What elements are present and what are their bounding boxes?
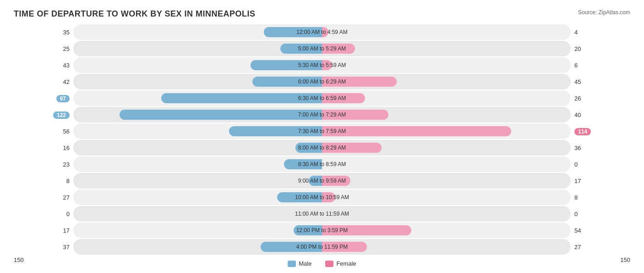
male-value: 16 — [14, 145, 73, 151]
female-bar — [322, 77, 397, 87]
legend-female: Female — [325, 260, 356, 267]
legend-female-label: Female — [336, 260, 356, 267]
female-value: 36 — [571, 145, 630, 151]
male-bar — [280, 44, 322, 54]
male-value: 37 — [14, 244, 73, 251]
female-bar — [322, 192, 335, 202]
female-value: 0 — [571, 161, 630, 168]
male-value: 0 — [14, 211, 73, 217]
chart-row: 16368:00 AM to 8:29 AM — [14, 140, 630, 156]
axis-right: 150 — [620, 256, 630, 267]
legend-male-label: Male — [299, 260, 311, 267]
female-bar — [322, 143, 382, 153]
male-value: 97 — [14, 95, 73, 102]
legend-male-box — [288, 261, 296, 267]
source-label: Source: ZipAtlas.com — [578, 9, 630, 16]
chart-title: TIME OF DEPARTURE TO WORK BY SEX IN MINN… — [14, 9, 630, 19]
male-value: 8 — [14, 178, 73, 184]
female-value: 27 — [571, 244, 630, 251]
female-bar — [322, 44, 355, 54]
chart-row: 25205:00 AM to 5:29 AM — [14, 41, 630, 56]
female-bar — [322, 110, 388, 120]
female-value: 40 — [571, 111, 630, 118]
male-bar — [161, 93, 322, 103]
chart-rows: 35412:00 AM to 4:59 AM25205:00 AM to 5:2… — [14, 24, 630, 255]
female-bar — [322, 93, 365, 103]
male-bar — [309, 176, 322, 186]
male-value: 25 — [14, 45, 73, 52]
chart-row: 4365:30 AM to 5:59 AM — [14, 57, 630, 73]
male-value: 23 — [14, 161, 73, 168]
male-value: 17 — [14, 227, 73, 234]
chart-row: 0011:00 AM to 11:59 AM — [14, 206, 630, 222]
male-bar — [284, 159, 322, 169]
legend: Male Female — [288, 260, 356, 267]
male-value: 27 — [14, 194, 73, 201]
chart-row: 42456:00 AM to 6:29 AM — [14, 74, 630, 89]
female-value: 17 — [571, 178, 630, 184]
male-value: 43 — [14, 62, 73, 69]
female-value: 0 — [571, 211, 630, 217]
female-value: 45 — [571, 78, 630, 85]
chart-row: 35412:00 AM to 4:59 AM — [14, 24, 630, 40]
male-bar — [252, 77, 322, 87]
male-bar — [251, 60, 322, 70]
female-bar — [322, 27, 328, 37]
female-value: 8 — [571, 194, 630, 201]
male-value: 35 — [14, 29, 73, 36]
male-bar — [294, 225, 322, 235]
female-value: 4 — [571, 29, 630, 36]
male-bar — [277, 192, 322, 202]
chart-row: 97266:30 AM to 6:59 AM — [14, 90, 630, 106]
female-value: 20 — [571, 45, 630, 52]
male-bar — [229, 126, 322, 136]
male-bar — [264, 27, 322, 37]
female-bar — [322, 176, 350, 186]
male-bar — [261, 242, 322, 252]
chart-row: 37274:00 PM to 11:59 PM — [14, 239, 630, 255]
male-value: 42 — [14, 78, 73, 85]
chart-row: 175412:00 PM to 3:59 PM — [14, 223, 630, 238]
legend-male: Male — [288, 260, 311, 267]
female-bar — [322, 126, 511, 136]
chart-container: TIME OF DEPARTURE TO WORK BY SEX IN MINN… — [0, 0, 644, 273]
chart-row: 122407:00 AM to 7:29 AM — [14, 107, 630, 123]
chart-row: 2308:30 AM to 8:59 AM — [14, 156, 630, 172]
chart-row: 561147:30 AM to 7:59 AM — [14, 123, 630, 139]
axis-labels: 150 Male Female 150 — [14, 256, 630, 267]
male-bar — [120, 110, 322, 120]
female-bar — [322, 225, 411, 235]
female-value: 6 — [571, 62, 630, 69]
male-value: 122 — [14, 111, 73, 118]
female-bar — [322, 242, 367, 252]
legend-female-box — [325, 261, 333, 267]
female-value: 54 — [571, 227, 630, 234]
female-value: 114 — [571, 128, 630, 135]
axis-left: 150 — [14, 256, 24, 267]
female-bar — [322, 60, 332, 70]
chart-row: 27810:00 AM to 10:59 AM — [14, 189, 630, 205]
chart-row: 8179:00 AM to 9:59 AM — [14, 173, 630, 189]
female-value: 26 — [571, 95, 630, 102]
male-value: 56 — [14, 128, 73, 135]
male-bar — [295, 143, 322, 153]
